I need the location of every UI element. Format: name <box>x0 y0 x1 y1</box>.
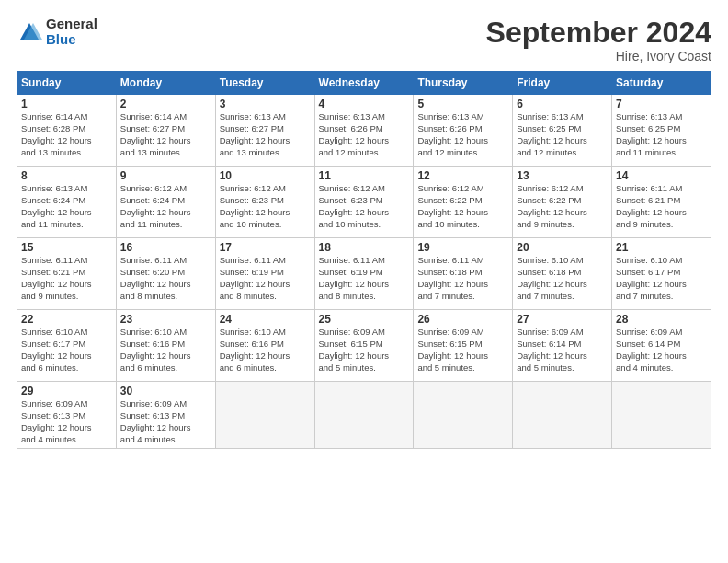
day-info: Sunrise: 6:12 AM Sunset: 6:22 PM Dayligh… <box>517 183 608 230</box>
logo-text: General Blue <box>46 17 97 47</box>
calendar-cell: 13Sunrise: 6:12 AM Sunset: 6:22 PM Dayli… <box>513 167 612 238</box>
calendar-cell <box>215 382 314 449</box>
day-info: Sunrise: 6:09 AM Sunset: 6:15 PM Dayligh… <box>417 327 508 373</box>
day-info: Sunrise: 6:11 AM Sunset: 6:18 PM Dayligh… <box>417 255 508 302</box>
day-number: 12 <box>417 169 508 182</box>
calendar-cell: 27Sunrise: 6:09 AM Sunset: 6:14 PM Dayli… <box>513 310 612 382</box>
calendar-cell: 20Sunrise: 6:10 AM Sunset: 6:18 PM Dayli… <box>513 238 612 310</box>
calendar-cell: 16Sunrise: 6:11 AM Sunset: 6:20 PM Dayli… <box>116 238 215 310</box>
calendar-cell <box>612 382 711 449</box>
calendar-cell: 14Sunrise: 6:11 AM Sunset: 6:21 PM Dayli… <box>612 167 711 238</box>
calendar-week-row: 15Sunrise: 6:11 AM Sunset: 6:21 PM Dayli… <box>17 238 711 310</box>
day-number: 1 <box>21 98 112 110</box>
day-number: 27 <box>517 313 608 326</box>
day-info: Sunrise: 6:10 AM Sunset: 6:17 PM Dayligh… <box>616 255 707 302</box>
calendar-cell: 25Sunrise: 6:09 AM Sunset: 6:15 PM Dayli… <box>314 310 414 382</box>
day-number: 7 <box>616 98 707 110</box>
day-info: Sunrise: 6:11 AM Sunset: 6:19 PM Dayligh… <box>319 255 410 302</box>
calendar-week-row: 1Sunrise: 6:14 AM Sunset: 6:28 PM Daylig… <box>17 95 711 167</box>
day-number: 23 <box>120 313 211 326</box>
calendar-day-header: Tuesday <box>215 72 314 95</box>
day-number: 18 <box>319 241 410 254</box>
day-info: Sunrise: 6:09 AM Sunset: 6:13 PM Dayligh… <box>120 398 211 445</box>
calendar-cell: 24Sunrise: 6:10 AM Sunset: 6:16 PM Dayli… <box>215 310 314 382</box>
day-info: Sunrise: 6:13 AM Sunset: 6:27 PM Dayligh… <box>220 111 311 158</box>
day-number: 17 <box>220 241 311 254</box>
calendar-cell: 4Sunrise: 6:13 AM Sunset: 6:26 PM Daylig… <box>314 95 414 167</box>
calendar-cell: 8Sunrise: 6:13 AM Sunset: 6:24 PM Daylig… <box>17 167 117 238</box>
calendar-week-row: 8Sunrise: 6:13 AM Sunset: 6:24 PM Daylig… <box>17 167 711 238</box>
day-info: Sunrise: 6:09 AM Sunset: 6:14 PM Dayligh… <box>616 327 707 373</box>
day-info: Sunrise: 6:11 AM Sunset: 6:21 PM Dayligh… <box>616 183 707 230</box>
day-number: 19 <box>417 241 508 254</box>
calendar-cell: 15Sunrise: 6:11 AM Sunset: 6:21 PM Dayli… <box>17 238 117 310</box>
calendar: SundayMondayTuesdayWednesdayThursdayFrid… <box>17 71 711 449</box>
day-info: Sunrise: 6:10 AM Sunset: 6:16 PM Dayligh… <box>220 327 311 373</box>
calendar-cell: 7Sunrise: 6:13 AM Sunset: 6:25 PM Daylig… <box>612 95 711 167</box>
day-number: 15 <box>21 241 112 254</box>
day-number: 21 <box>616 241 707 254</box>
day-info: Sunrise: 6:10 AM Sunset: 6:18 PM Dayligh… <box>517 255 608 302</box>
day-number: 9 <box>120 169 211 182</box>
day-info: Sunrise: 6:13 AM Sunset: 6:24 PM Dayligh… <box>21 183 112 230</box>
calendar-day-header: Saturday <box>612 72 711 95</box>
calendar-day-header: Thursday <box>414 72 513 95</box>
day-number: 4 <box>319 98 410 110</box>
day-info: Sunrise: 6:09 AM Sunset: 6:15 PM Dayligh… <box>319 327 410 373</box>
day-info: Sunrise: 6:12 AM Sunset: 6:23 PM Dayligh… <box>220 183 311 230</box>
day-number: 10 <box>220 169 311 182</box>
day-info: Sunrise: 6:11 AM Sunset: 6:20 PM Dayligh… <box>120 255 211 302</box>
calendar-cell: 10Sunrise: 6:12 AM Sunset: 6:23 PM Dayli… <box>215 167 314 238</box>
calendar-cell: 22Sunrise: 6:10 AM Sunset: 6:17 PM Dayli… <box>17 310 117 382</box>
calendar-cell: 18Sunrise: 6:11 AM Sunset: 6:19 PM Dayli… <box>314 238 414 310</box>
month-title: September 2024 <box>486 17 711 49</box>
day-number: 22 <box>21 313 112 326</box>
logo-general: General <box>46 17 97 32</box>
calendar-cell: 29Sunrise: 6:09 AM Sunset: 6:13 PM Dayli… <box>17 382 117 449</box>
calendar-day-header: Wednesday <box>314 72 414 95</box>
day-info: Sunrise: 6:13 AM Sunset: 6:25 PM Dayligh… <box>616 111 707 158</box>
day-info: Sunrise: 6:14 AM Sunset: 6:27 PM Dayligh… <box>120 111 211 158</box>
day-number: 26 <box>417 313 508 326</box>
day-info: Sunrise: 6:13 AM Sunset: 6:25 PM Dayligh… <box>517 111 608 158</box>
day-number: 13 <box>517 169 608 182</box>
calendar-day-header: Friday <box>513 72 612 95</box>
title-area: September 2024 Hire, Ivory Coast <box>486 17 711 63</box>
header: General Blue September 2024 Hire, Ivory … <box>17 17 711 63</box>
calendar-week-row: 22Sunrise: 6:10 AM Sunset: 6:17 PM Dayli… <box>17 310 711 382</box>
day-info: Sunrise: 6:12 AM Sunset: 6:22 PM Dayligh… <box>417 183 508 230</box>
day-info: Sunrise: 6:13 AM Sunset: 6:26 PM Dayligh… <box>319 111 410 158</box>
calendar-cell: 30Sunrise: 6:09 AM Sunset: 6:13 PM Dayli… <box>116 382 215 449</box>
day-info: Sunrise: 6:11 AM Sunset: 6:19 PM Dayligh… <box>220 255 311 302</box>
day-info: Sunrise: 6:10 AM Sunset: 6:17 PM Dayligh… <box>21 327 112 373</box>
day-info: Sunrise: 6:12 AM Sunset: 6:24 PM Dayligh… <box>120 183 211 230</box>
logo: General Blue <box>17 17 97 47</box>
day-number: 2 <box>120 98 211 110</box>
calendar-cell: 9Sunrise: 6:12 AM Sunset: 6:24 PM Daylig… <box>116 167 215 238</box>
calendar-day-header: Monday <box>116 72 215 95</box>
day-number: 11 <box>319 169 410 182</box>
day-number: 20 <box>517 241 608 254</box>
day-number: 8 <box>21 169 112 182</box>
day-number: 5 <box>417 98 508 110</box>
day-number: 16 <box>120 241 211 254</box>
day-info: Sunrise: 6:13 AM Sunset: 6:26 PM Dayligh… <box>417 111 508 158</box>
calendar-cell: 3Sunrise: 6:13 AM Sunset: 6:27 PM Daylig… <box>215 95 314 167</box>
calendar-cell <box>414 382 513 449</box>
day-number: 6 <box>517 98 608 110</box>
calendar-cell: 12Sunrise: 6:12 AM Sunset: 6:22 PM Dayli… <box>414 167 513 238</box>
calendar-cell: 21Sunrise: 6:10 AM Sunset: 6:17 PM Dayli… <box>612 238 711 310</box>
calendar-cell: 2Sunrise: 6:14 AM Sunset: 6:27 PM Daylig… <box>116 95 215 167</box>
calendar-cell: 28Sunrise: 6:09 AM Sunset: 6:14 PM Dayli… <box>612 310 711 382</box>
calendar-cell <box>314 382 414 449</box>
day-info: Sunrise: 6:12 AM Sunset: 6:23 PM Dayligh… <box>319 183 410 230</box>
day-number: 25 <box>319 313 410 326</box>
calendar-cell: 17Sunrise: 6:11 AM Sunset: 6:19 PM Dayli… <box>215 238 314 310</box>
calendar-day-header: Sunday <box>17 72 117 95</box>
calendar-cell: 5Sunrise: 6:13 AM Sunset: 6:26 PM Daylig… <box>414 95 513 167</box>
day-number: 30 <box>120 385 211 397</box>
day-number: 3 <box>220 98 311 110</box>
location: Hire, Ivory Coast <box>486 49 711 63</box>
day-info: Sunrise: 6:11 AM Sunset: 6:21 PM Dayligh… <box>21 255 112 302</box>
day-number: 24 <box>220 313 311 326</box>
